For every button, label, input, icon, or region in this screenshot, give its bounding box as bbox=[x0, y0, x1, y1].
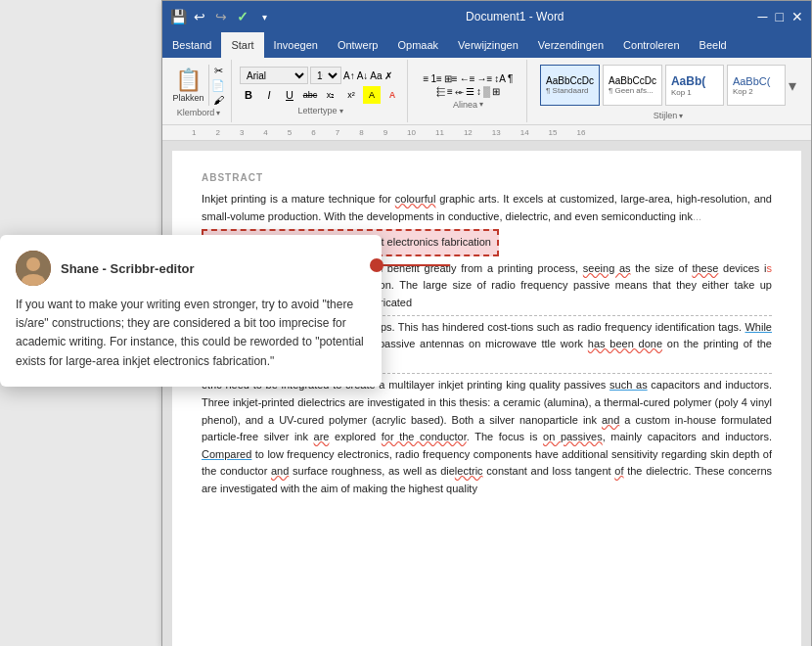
ribbon-content: 📋 Plakken ✂ 📄 🖌 Klembord ▾ bbox=[162, 58, 811, 124]
the2-text: the bbox=[627, 465, 642, 477]
borders-icon[interactable]: ⊞ bbox=[492, 86, 500, 98]
such-as-text: such as bbox=[609, 379, 648, 391]
ribbon-tabs: Bestand Start Invoegen Ontwerp Opmaak Ve… bbox=[162, 32, 811, 58]
lettertype-label: Lettertype ▾ bbox=[297, 106, 342, 115]
multilevel-icon[interactable]: ⊞≡ bbox=[444, 73, 458, 84]
ruler: 12345678910111213141516 bbox=[162, 125, 811, 141]
has-been-done-text: has been done bbox=[588, 338, 662, 349]
tracked-s: s bbox=[767, 262, 773, 274]
bold-button[interactable]: B bbox=[240, 86, 257, 104]
stijlen-expand-icon[interactable]: ▾ bbox=[679, 112, 683, 120]
subscript-button[interactable]: x₂ bbox=[322, 86, 339, 104]
alinea-expand-icon[interactable]: ▾ bbox=[479, 100, 483, 109]
abstract-title: ABSTRACT bbox=[202, 170, 772, 185]
clear-format-icon[interactable]: ✗ bbox=[384, 70, 392, 81]
compared-text: Compared bbox=[202, 448, 251, 460]
comment-avatar bbox=[16, 251, 51, 286]
plakken-label[interactable]: Plakken bbox=[172, 93, 203, 103]
strikethrough-button[interactable]: abc bbox=[301, 86, 319, 104]
check-icon[interactable]: ✓ bbox=[235, 9, 250, 24]
arrow-dot bbox=[370, 258, 383, 272]
the-text: the bbox=[684, 338, 699, 349]
doc-area: ABSTRACT Inkjet printing is a mature tec… bbox=[162, 141, 811, 646]
for-the-text: for the conductor bbox=[382, 431, 467, 442]
title-bar: 💾 ↩ ↪ ✓ ▾ Document1 - Word ─ □ ✕ bbox=[162, 1, 811, 32]
and2-text: and bbox=[271, 465, 289, 477]
svg-point-1 bbox=[26, 257, 40, 271]
font-options-icon[interactable]: Aa bbox=[370, 70, 382, 81]
kopieren-icon[interactable]: 📄 bbox=[211, 79, 225, 92]
font-select[interactable]: Arial bbox=[240, 67, 308, 84]
tab-opmaak[interactable]: Opmaak bbox=[387, 32, 448, 58]
window-title: Document1 - Word bbox=[280, 10, 750, 23]
italic-button[interactable]: I bbox=[260, 86, 278, 104]
tab-invoegen[interactable]: Invoegen bbox=[264, 32, 328, 58]
and-text: and bbox=[602, 414, 619, 426]
group-klembord: 📋 Plakken ✂ 📄 🖌 Klembord ▾ bbox=[166, 60, 232, 122]
group-alinea: ≡ 1≡ ⊞≡ ←≡ →≡ ↕A ¶ ⬱ ≡ ⬰ ☰ ↕ ▒ ⊞ bbox=[410, 60, 527, 122]
tab-ontwerp[interactable]: Ontwerp bbox=[328, 32, 388, 58]
superscript-button[interactable]: x² bbox=[342, 86, 360, 104]
comment-author: Shane - Scribbr-editor bbox=[61, 261, 195, 276]
are-text: are bbox=[314, 431, 330, 442]
line-spacing-icon[interactable]: ↕ bbox=[476, 86, 481, 98]
comment-header: Shane - Scribbr-editor bbox=[16, 251, 366, 286]
tab-controleren[interactable]: Controleren bbox=[613, 32, 689, 58]
underline-button[interactable]: U bbox=[281, 86, 298, 104]
group-stijlen: AaBbCcDc ¶ Standaard AaBbCcDc ¶ Geen afs… bbox=[529, 60, 807, 122]
alinea-label: Alinea ▾ bbox=[453, 100, 483, 110]
ribbon: Bestand Start Invoegen Ontwerp Opmaak Ve… bbox=[162, 32, 811, 125]
close-icon[interactable]: ✕ bbox=[791, 9, 803, 24]
save-icon[interactable]: 💾 bbox=[170, 9, 186, 24]
klembord-expand-icon[interactable]: ▾ bbox=[216, 109, 220, 117]
highlight-button[interactable]: A bbox=[363, 86, 381, 104]
tab-bestand[interactable]: Bestand bbox=[162, 32, 221, 58]
title-bar-icons: 💾 ↩ ↪ ✓ ▾ bbox=[170, 9, 272, 24]
dielectric-text: lectric bbox=[455, 465, 483, 477]
font-color-button[interactable]: A bbox=[383, 86, 401, 104]
maximize-icon[interactable]: □ bbox=[776, 9, 784, 24]
shading-icon[interactable]: ▒ bbox=[483, 86, 490, 98]
undo-icon[interactable]: ↩ bbox=[192, 9, 207, 24]
redo-icon[interactable]: ↪ bbox=[213, 9, 229, 24]
shrink-font-icon[interactable]: A↓ bbox=[357, 70, 369, 81]
decrease-indent-icon[interactable]: ←≡ bbox=[460, 73, 475, 84]
more-icon[interactable]: ▾ bbox=[256, 9, 272, 24]
styles-scroll-icon[interactable]: ▾ bbox=[789, 76, 796, 95]
tab-verzendingen[interactable]: Verzendingen bbox=[528, 32, 613, 58]
align-right-icon[interactable]: ⬰ bbox=[455, 86, 464, 98]
tab-start[interactable]: Start bbox=[221, 32, 263, 58]
on-passives-text: on passives bbox=[543, 431, 603, 442]
of-the-text: of bbox=[614, 465, 623, 477]
numbering-icon[interactable]: 1≡ bbox=[430, 73, 441, 84]
opmaak-kopieren-icon[interactable]: 🖌 bbox=[213, 94, 224, 106]
show-marks-icon[interactable]: ¶ bbox=[508, 73, 513, 84]
justify-icon[interactable]: ☰ bbox=[466, 86, 474, 98]
style-geen-afs[interactable]: AaBbCcDc ¶ Geen afs... bbox=[603, 65, 662, 106]
increase-indent-icon[interactable]: →≡ bbox=[477, 73, 493, 84]
group-lettertype: Arial 10 A↑ A↓ Aa ✗ B I U abc bbox=[234, 60, 408, 122]
style-kop2[interactable]: AaBbC( Kop 2 bbox=[727, 65, 786, 106]
minimize-icon[interactable]: ─ bbox=[758, 9, 768, 24]
tab-beeld[interactable]: Beeld bbox=[690, 32, 737, 58]
seeing-as-text: seeing as bbox=[583, 262, 631, 274]
align-left-icon[interactable]: ⬱ bbox=[436, 86, 445, 98]
tab-verwijzingen[interactable]: Verwijzingen bbox=[448, 32, 528, 58]
colourful-word: colourful bbox=[395, 193, 436, 205]
sort-icon[interactable]: ↕A bbox=[494, 73, 506, 84]
klembord-label: Klembord ▾ bbox=[177, 108, 221, 117]
font-size-select[interactable]: 10 bbox=[310, 67, 341, 84]
align-center-icon[interactable]: ≡ bbox=[447, 86, 453, 98]
grow-font-icon[interactable]: A↑ bbox=[343, 70, 355, 81]
style-kop1[interactable]: AaBb( Kop 1 bbox=[665, 65, 724, 106]
bullets-icon[interactable]: ≡ bbox=[424, 73, 429, 84]
stijlen-label: Stijlen ▾ bbox=[654, 111, 684, 120]
arrow-line bbox=[382, 264, 450, 266]
style-standaard[interactable]: AaBbCcDc ¶ Standaard bbox=[540, 65, 600, 106]
knippen-icon[interactable]: ✂ bbox=[214, 65, 223, 77]
comment-body: If you want to make your writing even st… bbox=[16, 296, 366, 371]
lettertype-expand-icon[interactable]: ▾ bbox=[339, 107, 343, 115]
doc-page: ABSTRACT Inkjet printing is a mature tec… bbox=[172, 151, 801, 646]
comment-popup: Shane - Scribbr-editor If you want to ma… bbox=[0, 235, 382, 387]
plakken-icon[interactable]: 📋 bbox=[175, 68, 202, 93]
